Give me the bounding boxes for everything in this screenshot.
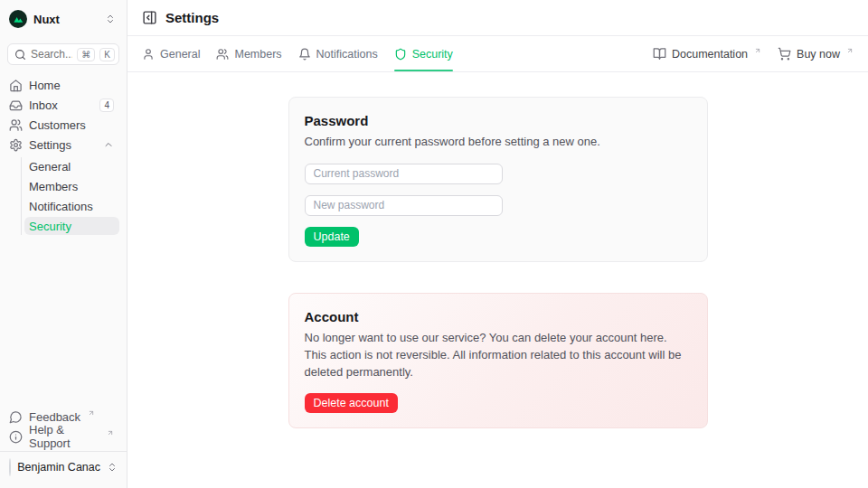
- documentation-label: Documentation: [672, 48, 748, 61]
- account-card: Account No longer want to use our servic…: [288, 293, 708, 429]
- kbd-k: K: [99, 48, 115, 61]
- home-icon: [9, 79, 23, 92]
- sidebar-item-label: Inbox: [29, 99, 58, 112]
- new-password-input[interactable]: [305, 195, 503, 216]
- tab-label: Members: [234, 48, 281, 61]
- tab-security[interactable]: Security: [394, 36, 453, 71]
- user-icon: [142, 48, 155, 61]
- sidebar-footer: Feedback Help & Support: [7, 408, 119, 451]
- tab-label: General: [160, 48, 200, 61]
- sidebar-nav: Home Inbox 4 Customers Settings: [7, 76, 119, 237]
- sidebar-item-label: General: [29, 160, 71, 174]
- external-link-icon: [88, 409, 95, 417]
- nuxt-logo-icon: [9, 10, 27, 28]
- inbox-count-badge: 4: [99, 99, 114, 112]
- chevrons-up-down-icon: [107, 462, 118, 473]
- sidebar-item-label: Customers: [29, 118, 86, 132]
- sidebar-item-label: Notifications: [29, 200, 93, 213]
- settings-security-content: Password Confirm your current password b…: [127, 72, 868, 488]
- kbd-meta: ⌘: [77, 48, 95, 61]
- account-card-title: Account: [305, 309, 692, 324]
- buy-now-link[interactable]: Buy now: [778, 47, 854, 61]
- sidebar: Nuxt ⌘ K Home Inbox 4: [0, 0, 127, 488]
- account-card-description: No longer want to use our service? You c…: [305, 330, 692, 381]
- tab-members[interactable]: Members: [216, 36, 281, 71]
- info-icon: [9, 430, 23, 444]
- external-link-icon: [754, 47, 761, 54]
- tab-notifications[interactable]: Notifications: [298, 36, 378, 71]
- team-selector[interactable]: Nuxt: [7, 7, 119, 31]
- external-link-icon: [846, 47, 854, 54]
- search-icon: [14, 49, 26, 61]
- sidebar-item-label: Settings: [29, 138, 71, 152]
- shield-icon: [394, 48, 407, 61]
- tab-label: Security: [412, 48, 453, 61]
- search-placeholder[interactable]: [31, 48, 72, 61]
- sidebar-item-notifications[interactable]: Notifications: [24, 197, 119, 215]
- sidebar-spacer: [7, 237, 119, 408]
- delete-account-button[interactable]: Delete account: [305, 393, 398, 413]
- settings-tabs: General Members Notifications Security: [142, 36, 453, 71]
- password-card: Password Confirm your current password b…: [288, 97, 708, 262]
- sidebar-item-security[interactable]: Security: [24, 217, 119, 235]
- bell-icon: [298, 48, 311, 61]
- chevrons-up-down-icon: [105, 14, 116, 24]
- inbox-icon: [9, 99, 23, 112]
- external-link-icon: [107, 429, 114, 436]
- current-password-input[interactable]: [305, 164, 503, 184]
- sidebar-item-label: Members: [29, 180, 78, 193]
- toolbar-links: Documentation Buy now: [653, 47, 854, 61]
- shopping-cart-icon: [778, 47, 791, 61]
- users-icon: [216, 48, 229, 61]
- search-input[interactable]: ⌘ K: [7, 43, 119, 65]
- toolbar: General Members Notifications Security: [127, 36, 868, 72]
- gear-icon: [9, 138, 23, 152]
- tab-general[interactable]: General: [142, 36, 200, 71]
- sidebar-item-settings[interactable]: Settings: [7, 136, 119, 154]
- message-circle-icon: [9, 410, 23, 424]
- help-support-label: Help & Support: [29, 423, 99, 450]
- avatar: [9, 458, 11, 476]
- page-title: Settings: [165, 10, 219, 25]
- tab-label: Notifications: [316, 48, 378, 61]
- update-button[interactable]: Update: [305, 227, 359, 247]
- settings-subnav: General Members Notifications Security: [21, 157, 119, 235]
- password-card-title: Password: [305, 113, 692, 128]
- page-header: Settings: [127, 0, 868, 36]
- users-icon: [9, 118, 23, 132]
- help-support-link[interactable]: Help & Support: [7, 427, 119, 446]
- sidebar-item-label: Security: [29, 220, 71, 233]
- team-name: Nuxt: [33, 13, 99, 26]
- buy-now-label: Buy now: [797, 48, 840, 61]
- password-card-description: Confirm your current password before set…: [305, 134, 692, 151]
- sidebar-item-general[interactable]: General: [24, 157, 119, 175]
- sidebar-item-inbox[interactable]: Inbox 4: [7, 96, 119, 114]
- user-name: Benjamin Canac: [17, 461, 100, 474]
- sidebar-item-label: Home: [29, 79, 61, 92]
- sidebar-item-customers[interactable]: Customers: [7, 116, 119, 134]
- feedback-label: Feedback: [29, 410, 80, 424]
- documentation-link[interactable]: Documentation: [653, 47, 761, 61]
- user-menu[interactable]: Benjamin Canac: [0, 451, 127, 481]
- sidebar-item-home[interactable]: Home: [7, 76, 119, 94]
- main-panel: Settings General Members Notifications: [127, 0, 868, 488]
- book-open-icon: [653, 47, 666, 61]
- sidebar-item-members[interactable]: Members: [24, 177, 119, 195]
- panel-left-close-icon[interactable]: [142, 10, 157, 25]
- chevron-up-icon: [103, 139, 114, 150]
